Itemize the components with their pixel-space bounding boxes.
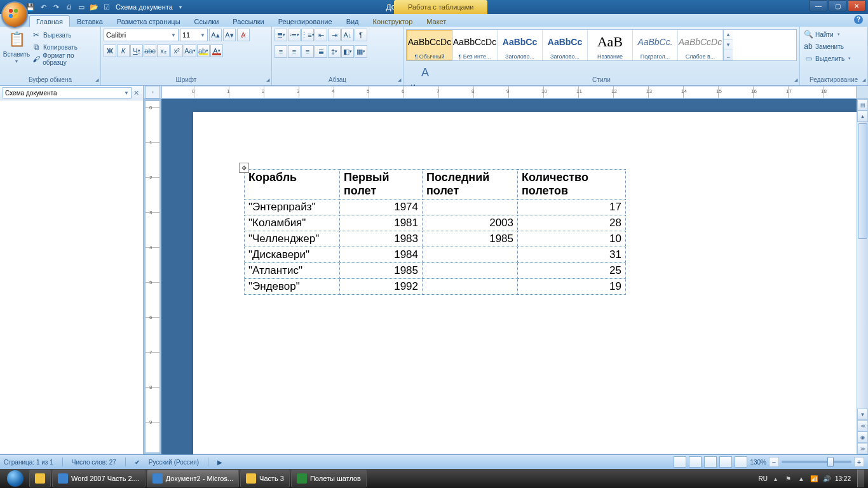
docmap-body[interactable] bbox=[0, 100, 143, 454]
align-center-button[interactable]: ≡ bbox=[288, 45, 301, 58]
page[interactable]: ✥ КорабльПервый полетПоследний полетКоли… bbox=[193, 112, 857, 454]
vertical-ruler[interactable]: 0123456789101112 bbox=[145, 100, 160, 453]
document-table[interactable]: КорабльПервый полетПоследний полетКоличе… bbox=[244, 169, 626, 295]
format-painter-button[interactable]: 🖌Формат по образцу bbox=[31, 53, 98, 65]
zoom-out-button[interactable]: − bbox=[769, 457, 779, 467]
scroll-thumb[interactable] bbox=[858, 123, 867, 239]
tab-table-design[interactable]: Конструктор bbox=[366, 15, 420, 27]
table-header[interactable]: Корабль bbox=[245, 170, 340, 200]
status-macro-icon[interactable]: ▶ bbox=[217, 459, 222, 466]
docmap-check-icon[interactable]: ☑ bbox=[102, 2, 112, 12]
table-header[interactable]: Первый полет bbox=[340, 170, 423, 200]
multilevel-button[interactable]: ⋮≡▾ bbox=[301, 29, 314, 41]
font-name-combo[interactable]: Calibri▼ bbox=[104, 29, 179, 41]
clear-formatting-button[interactable]: A̷ bbox=[237, 29, 250, 41]
horizontal-ruler[interactable]: 0123456789101112131415161718 bbox=[161, 86, 857, 98]
office-button[interactable] bbox=[1, 1, 28, 28]
minimize-button[interactable]: — bbox=[810, 0, 827, 11]
shrink-font-button[interactable]: A▾ bbox=[223, 29, 236, 41]
quickprint-icon[interactable]: ⎙ bbox=[64, 2, 74, 12]
open-icon[interactable]: 📂 bbox=[89, 2, 99, 12]
maximize-button[interactable]: ▢ bbox=[829, 0, 846, 11]
superscript-button[interactable]: x² bbox=[170, 44, 183, 57]
zoom-in-button[interactable]: + bbox=[854, 457, 864, 467]
numbering-button[interactable]: ≔▾ bbox=[288, 29, 301, 41]
taskbar-item[interactable]: Документ2 - Micros... bbox=[147, 470, 239, 487]
sort-button[interactable]: A↓ bbox=[341, 29, 354, 41]
gallery-scroll[interactable]: ▲▼⎯ bbox=[723, 30, 733, 60]
style-item[interactable]: AaBbCcЗаголово... bbox=[543, 30, 588, 60]
new-icon[interactable]: ▭ bbox=[76, 2, 86, 12]
qat-more-icon[interactable]: ▾ bbox=[175, 2, 186, 12]
tray-volume-icon[interactable]: 🔊 bbox=[822, 474, 831, 483]
table-row[interactable]: "Дискавери"198431 bbox=[245, 247, 626, 263]
change-case-button[interactable]: Aa▾ bbox=[184, 44, 196, 57]
table-move-handle[interactable]: ✥ bbox=[239, 163, 249, 173]
tray-clock[interactable]: 13:22 bbox=[835, 475, 851, 482]
taskbar-pin-explorer[interactable] bbox=[29, 470, 51, 487]
italic-button[interactable]: К bbox=[117, 44, 130, 57]
start-button[interactable] bbox=[3, 470, 28, 487]
scroll-track[interactable] bbox=[857, 122, 868, 409]
scroll-down-button[interactable]: ▼ bbox=[857, 409, 868, 420]
browse-prev-button[interactable]: ≪ bbox=[857, 420, 868, 431]
taskbar-item[interactable]: Word 2007 Часть 2.... bbox=[52, 470, 146, 487]
strike-button[interactable]: abc bbox=[144, 44, 156, 57]
table-row[interactable]: "Челленджер"1983198510 bbox=[245, 231, 626, 247]
tab-insert[interactable]: Вставка bbox=[70, 15, 110, 27]
status-page[interactable]: Страница: 1 из 1 bbox=[4, 459, 53, 466]
shading-button[interactable]: ◧▾ bbox=[341, 45, 354, 58]
taskbar-item[interactable]: Часть 3 bbox=[240, 470, 290, 487]
table-header[interactable]: Количество полетов bbox=[518, 170, 626, 200]
styles-gallery[interactable]: AaBbCcDc¶ ОбычныйAaBbCcDc¶ Без инте...Aa… bbox=[406, 29, 797, 61]
page-viewport[interactable]: ✥ КорабльПервый полетПоследний полетКоли… bbox=[161, 99, 857, 454]
font-color-button[interactable]: A▾ bbox=[210, 44, 223, 57]
show-marks-button[interactable]: ¶ bbox=[355, 29, 367, 41]
tray-network-icon[interactable]: 📶 bbox=[810, 474, 818, 483]
indent-dec-button[interactable]: ⇤ bbox=[315, 29, 327, 41]
tab-references[interactable]: Ссылки bbox=[187, 15, 226, 27]
align-left-button[interactable]: ≡ bbox=[275, 45, 287, 58]
zoom-slider[interactable] bbox=[782, 461, 851, 463]
style-item[interactable]: AaBbCcDcСлабое в... bbox=[678, 30, 723, 60]
help-icon[interactable]: ? bbox=[854, 15, 863, 24]
align-right-button[interactable]: ≡ bbox=[301, 45, 314, 58]
zoom-thumb[interactable] bbox=[827, 457, 834, 467]
tab-review[interactable]: Рецензирование bbox=[271, 15, 339, 27]
bold-button[interactable]: Ж bbox=[104, 44, 116, 57]
docmap-close-button[interactable]: ✕ bbox=[132, 89, 140, 97]
browse-object-button[interactable]: ◉ bbox=[857, 431, 868, 443]
copy-button[interactable]: ⧉Копировать bbox=[31, 41, 98, 53]
view-print-layout[interactable] bbox=[674, 456, 686, 468]
status-words[interactable]: Число слов: 27 bbox=[72, 459, 116, 466]
tab-mailings[interactable]: Рассылки bbox=[226, 15, 271, 27]
vertical-scrollbar[interactable]: ▤ ▲ ▼ ≪ ◉ ≫ bbox=[857, 99, 868, 454]
subscript-button[interactable]: x₂ bbox=[157, 44, 170, 57]
cut-button[interactable]: ✂Вырезать bbox=[31, 29, 98, 41]
paste-button[interactable]: 📋 Вставить ▼ bbox=[3, 28, 31, 75]
tab-view[interactable]: Вид bbox=[339, 15, 366, 27]
style-item[interactable]: AaBbCcЗаголово... bbox=[498, 30, 543, 60]
undo-icon[interactable]: ↶ bbox=[38, 2, 48, 12]
table-row[interactable]: "Атлантис"198525 bbox=[245, 263, 626, 279]
view-draft[interactable] bbox=[735, 456, 747, 468]
close-button[interactable]: ✕ bbox=[848, 0, 865, 11]
tab-table-layout[interactable]: Макет bbox=[419, 15, 453, 27]
zoom-level[interactable]: 130% bbox=[750, 459, 766, 466]
tray-flag-icon[interactable]: ⚑ bbox=[784, 474, 793, 483]
table-row[interactable]: "Коламбия"1981200328 bbox=[245, 215, 626, 231]
view-outline[interactable] bbox=[719, 456, 732, 468]
style-item[interactable]: AaBbCc.Подзагол... bbox=[633, 30, 678, 60]
ruler-toggle-icon[interactable]: ▤ bbox=[857, 99, 868, 111]
table-row[interactable]: "Энтерпрайз"197417 bbox=[245, 200, 626, 215]
find-button[interactable]: 🔍Найти▾ bbox=[803, 29, 865, 40]
browse-next-button[interactable]: ≫ bbox=[857, 443, 868, 454]
underline-button[interactable]: Ч ▾ bbox=[130, 44, 143, 57]
borders-button[interactable]: ▦▾ bbox=[355, 45, 367, 58]
view-full-screen[interactable] bbox=[689, 456, 702, 468]
style-item[interactable]: AaBbCcDc¶ Без инте... bbox=[452, 30, 498, 60]
table-row[interactable]: "Эндевор"199219 bbox=[245, 279, 626, 295]
line-spacing-button[interactable]: ‡▾ bbox=[328, 45, 341, 58]
scroll-up-button[interactable]: ▲ bbox=[857, 111, 868, 122]
font-size-combo[interactable]: 11▼ bbox=[180, 29, 208, 41]
